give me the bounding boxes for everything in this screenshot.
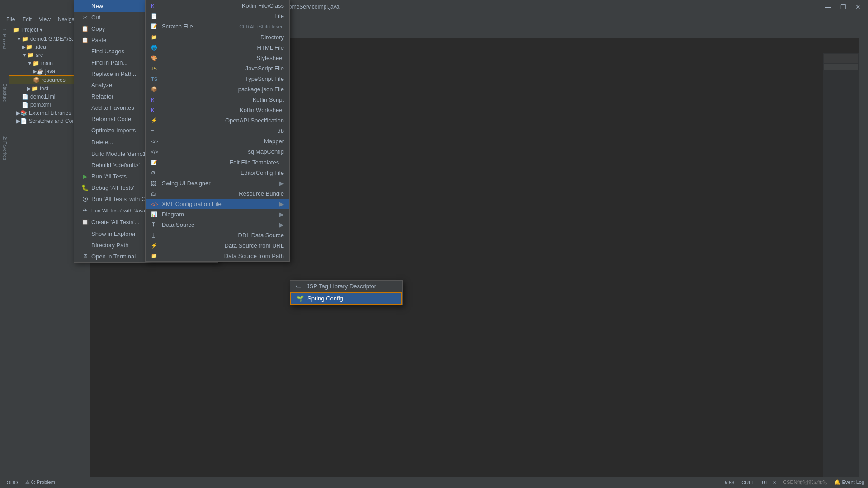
- sub-package-json-icon: 📦: [151, 86, 159, 92]
- folder-icon: ▶📚: [16, 110, 27, 116]
- sub-package-json[interactable]: 📦 package.json File: [146, 84, 289, 94]
- sub-ds-path-label: Data Source from Path: [224, 253, 284, 259]
- sub-html[interactable]: 🌐 HTML File: [146, 42, 289, 53]
- status-line-ending[interactable]: CRLF: [741, 480, 755, 485]
- sub2-jsp-label: JSP Tag Library Descriptor: [307, 283, 376, 290]
- ctx-analyze-left: Analyze: [81, 82, 112, 89]
- sub-stylesheet-icon: 🎨: [151, 55, 159, 61]
- tree-label: Scratches and Con...: [29, 118, 80, 124]
- ctx-build-module-label: Build Module 'demo1': [91, 150, 147, 157]
- sub-edit-templates-label: Edit File Templates...: [230, 159, 284, 166]
- sub-ddl[interactable]: 🗄 DDL Data Source: [146, 230, 289, 240]
- sub-kotlin-worksheet-icon: K: [151, 108, 159, 113]
- sub-db[interactable]: ≡ db: [146, 126, 289, 136]
- close-button[interactable]: ✕: [853, 3, 863, 10]
- ctx-copy-left: 📋 Copy: [81, 25, 105, 32]
- sub-ds-path[interactable]: 📁 Data Source from Path: [146, 251, 289, 261]
- sub-kotlin-file[interactable]: K Kotlin File/Class: [146, 0, 289, 11]
- sub-kotlin-icon: K: [151, 3, 159, 9]
- maximize-button[interactable]: ❐: [838, 3, 849, 10]
- sub-xml-config-label: XML Configuration File: [162, 201, 222, 207]
- sub-swing-icon: 🖼: [151, 181, 159, 186]
- sub-stylesheet[interactable]: 🎨 Stylesheet: [146, 53, 289, 63]
- folder-icon: ▶📁: [22, 44, 33, 50]
- tree-label: java: [45, 68, 55, 75]
- ctx-paste-icon: 📋: [81, 37, 89, 43]
- structure-icon[interactable]: Structure: [2, 84, 7, 102]
- ctx-find-usages-label: Find Usages: [91, 48, 124, 55]
- sub-directory[interactable]: 📁 Directory: [146, 32, 289, 42]
- sub-ds-url[interactable]: ⚡ Data Source from URL: [146, 240, 289, 251]
- sub-resource-bundle[interactable]: 🗂 Resource Bundle: [146, 188, 289, 199]
- project-icon[interactable]: 1: Project: [2, 28, 7, 49]
- ctx-refactor-label: Refactor: [91, 93, 113, 100]
- sub-data-source[interactable]: 🗄 Data Source ▶: [146, 220, 289, 230]
- sub-data-source-icon: 🗄: [151, 222, 159, 228]
- project-icon-small: 📁: [13, 27, 19, 33]
- sub-edit-templates[interactable]: 📝 Edit File Templates...: [146, 157, 289, 168]
- sub-kotlin-script[interactable]: K Kotlin Script: [146, 94, 289, 105]
- folder-icon: ▶📄: [16, 118, 27, 124]
- sub-ddl-label: DDL Data Source: [238, 232, 284, 239]
- sub-diagram-label: Diagram: [162, 211, 184, 218]
- sub-swing-arrow: ▶: [279, 180, 284, 187]
- status-encoding[interactable]: UTF-8: [762, 480, 776, 485]
- folder-icon: 📦: [33, 77, 40, 83]
- status-problems[interactable]: ⚠ 6: Problem: [25, 479, 55, 485]
- sub-data-source-label: Data Source: [162, 221, 194, 228]
- ctx-find-path-left: Find in Path...: [81, 59, 127, 66]
- sub2-spring-config-label: Spring Config: [307, 295, 343, 302]
- ctx-delete-label: Delete...: [91, 139, 113, 145]
- sub-mapper[interactable]: </> Mapper: [146, 136, 289, 146]
- ctx-rebuild-label: Rebuild '<default>': [91, 162, 140, 169]
- sub-sqlmapconfig[interactable]: </> sqlMapConfig: [146, 146, 289, 157]
- menu-edit[interactable]: Edit: [19, 15, 34, 23]
- ctx-run-icon: ▶: [81, 173, 89, 180]
- sub-swing[interactable]: 🖼 Swing UI Designer ▶: [146, 178, 289, 188]
- project-title: Project ▾: [21, 27, 42, 33]
- sub-ts[interactable]: TS TypeScript File: [146, 74, 289, 84]
- sub-openapi[interactable]: ⚡ OpenAPI Specification: [146, 115, 289, 126]
- sub-ds-url-label: Data Source from URL: [225, 242, 284, 249]
- sub2-spring-config[interactable]: 🌱 Spring Config: [290, 292, 402, 305]
- sub-xml-config[interactable]: </> XML Configuration File ▶: [146, 199, 289, 209]
- file-icon: 📄: [22, 94, 28, 100]
- sub-sqlmapconfig-icon: </>: [151, 149, 159, 155]
- sub-scratch[interactable]: 📝 Scratch File Ctrl+Alt+Shift+Insert: [146, 21, 289, 32]
- sub-scratch-icon: 📝: [151, 23, 159, 29]
- sub-js[interactable]: JS JavaScript File: [146, 63, 289, 74]
- sub-scratch-label: Scratch File: [162, 23, 193, 30]
- sub-data-source-arrow: ▶: [279, 221, 284, 228]
- sub-kotlin-worksheet[interactable]: K Kotlin Worksheet: [146, 105, 289, 115]
- sub-ddl-icon: 🗄: [151, 233, 159, 238]
- right-sidebar: [859, 25, 868, 477]
- ctx-analyze-label: Analyze: [91, 82, 112, 89]
- ctx-rebuild-left: Rebuild '<default>': [81, 162, 140, 169]
- ctx-flight-icon: ✈: [81, 207, 89, 214]
- sub2-jsp[interactable]: 🏷 JSP Tag Library Descriptor: [290, 281, 402, 292]
- ctx-create-icon: 🔲: [81, 219, 89, 225]
- folder-icon: ▼📁: [27, 60, 39, 66]
- sub-openapi-icon: ⚡: [151, 117, 159, 123]
- sub-html-label: HTML File: [257, 44, 284, 51]
- ctx-replace-path-label: Replace in Path...: [91, 70, 138, 77]
- sub-diagram[interactable]: 📊 Diagram ▶: [146, 209, 289, 220]
- ctx-paste-left: 📋 Paste: [81, 37, 106, 43]
- ctx-dir-path-left: Directory Path: [81, 242, 128, 249]
- ctx-replace-path-left: Replace in Path...: [81, 70, 138, 77]
- sub-file[interactable]: 📄 File: [146, 11, 289, 21]
- ctx-optimize-left: Optimize Imports: [81, 127, 136, 134]
- status-todo[interactable]: TODO: [4, 480, 18, 485]
- ctx-open-terminal-icon: 🖥: [81, 253, 89, 260]
- file-icon: 📄: [22, 102, 28, 108]
- menu-file[interactable]: File: [4, 15, 18, 23]
- ctx-show-explorer-label: Show in Explorer: [91, 230, 136, 237]
- ctx-copy-label: Copy: [91, 25, 105, 32]
- minimize-button[interactable]: —: [822, 3, 834, 10]
- sub-ts-icon: TS: [151, 76, 159, 82]
- status-event-log[interactable]: 🔔 Event Log: [834, 479, 864, 485]
- window-controls[interactable]: — ❐ ✕: [822, 3, 863, 10]
- sub-editorconfig[interactable]: ⚙ EditorConfig File: [146, 168, 289, 178]
- menu-view[interactable]: View: [36, 15, 53, 23]
- favorites-icon[interactable]: 2: Favorites: [2, 136, 7, 160]
